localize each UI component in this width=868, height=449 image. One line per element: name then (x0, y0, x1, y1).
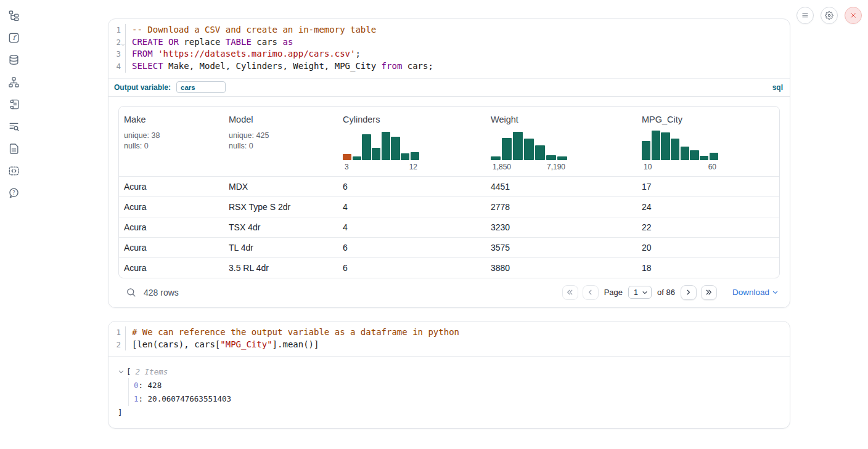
histogram-bar (710, 153, 718, 160)
open-bracket: [ (126, 367, 131, 376)
tree-entry: 0: 428 (134, 378, 780, 392)
column-histogram[interactable]: 1060 (642, 131, 718, 171)
code-line: 2[len(cars), cars["MPG_City"].mean()] (108, 339, 790, 351)
tree-entry-value: : 428 (139, 381, 162, 390)
column-title: MPG_City (642, 115, 774, 124)
table-cell: 4 (338, 222, 486, 232)
table-cell: 3.5 RL 4dr (224, 263, 338, 273)
notebook-cells: 1-- Download a CSV and create an in-memo… (108, 18, 790, 429)
help-icon[interactable]: ? (7, 186, 20, 200)
table-row[interactable]: Acura3.5 RL 4dr6388018 (119, 257, 779, 278)
logs-icon[interactable] (7, 119, 20, 133)
variables-icon[interactable]: f (7, 31, 20, 44)
table-cell: RSX Type S 2dr (224, 202, 338, 212)
chevron-down-icon (772, 289, 779, 296)
column-header[interactable]: Cylinders312 (338, 107, 486, 176)
code-line: 2CREATE OR replace TABLE cars as (108, 36, 790, 49)
column-histogram[interactable]: 312 (343, 131, 419, 171)
table-header: Makeunique: 38nulls: 0Modelunique: 425nu… (119, 107, 779, 176)
chevron-down-icon (642, 289, 648, 296)
table-cell: 18 (637, 263, 779, 273)
settings-button[interactable] (821, 7, 838, 24)
notebook-controls (796, 7, 862, 24)
documentation-icon[interactable] (7, 142, 20, 155)
table-cell: Acura (119, 202, 224, 212)
last-page-button[interactable] (701, 285, 717, 300)
fold-chevron-icon[interactable] (120, 39, 126, 44)
first-page-button[interactable] (562, 285, 578, 300)
code-line: 1-- Download a CSV and create an in-memo… (108, 24, 790, 36)
language-badge: sql (772, 83, 783, 92)
histogram-bar (502, 138, 512, 160)
histogram-bar (524, 139, 534, 160)
svg-text:f: f (12, 34, 17, 42)
histogram-bar (557, 156, 567, 160)
table-cell: 4451 (486, 182, 637, 192)
sql-meta-row: Output variable: sql (108, 78, 790, 97)
items-count-label: 2 Items (136, 367, 168, 376)
page-select[interactable]: 1 (628, 286, 652, 299)
column-stat: unique: 38 (124, 131, 219, 141)
table-row[interactable]: AcuraTL 4dr6357520 (119, 237, 779, 257)
histogram-bar (681, 147, 689, 160)
column-header[interactable]: Makeunique: 38nulls: 0 (119, 107, 224, 176)
column-histogram[interactable]: 1,8507,190 (491, 131, 567, 171)
line-number: 3 (108, 48, 126, 60)
column-header[interactable]: Weight1,8507,190 (486, 107, 637, 176)
histogram-bar (391, 137, 399, 160)
column-header[interactable]: Modelunique: 425nulls: 0 (224, 107, 338, 176)
snippets-icon[interactable] (7, 164, 20, 177)
histogram-bar (535, 145, 545, 160)
scratchpad-icon[interactable] (7, 97, 20, 111)
histogram-bar (671, 139, 679, 160)
tree-entry-key: 0 (134, 381, 139, 390)
next-page-button[interactable] (681, 285, 697, 300)
sql-cell-output: Makeunique: 38nulls: 0Modelunique: 425nu… (108, 97, 790, 307)
menu-button[interactable] (796, 7, 814, 24)
table-cell: 3575 (486, 243, 637, 253)
column-title: Weight (491, 115, 632, 124)
histogram-bar (372, 148, 380, 160)
left-panel-icon-bar: f? (0, 0, 27, 449)
line-number: 1 (108, 24, 126, 36)
histogram-bar (353, 156, 361, 160)
table-row[interactable]: AcuraRSX Type S 2dr4277824 (119, 196, 779, 217)
prev-page-button[interactable] (583, 285, 599, 300)
datasources-icon[interactable] (7, 53, 20, 67)
file-tree-icon[interactable] (7, 9, 20, 22)
histogram-bar (362, 134, 371, 160)
line-number: 4 (108, 60, 126, 73)
collapse-chevron-icon[interactable] (118, 368, 125, 375)
line-number: 2 (108, 339, 126, 351)
output-variable-input[interactable] (176, 81, 226, 93)
table-cell: 6 (338, 182, 486, 192)
page-total-label: of 86 (657, 288, 675, 297)
line-number: 2 (108, 36, 126, 49)
table-cell: 20 (637, 243, 779, 253)
histogram-bar (343, 154, 351, 160)
table-cell: 3880 (486, 263, 637, 273)
histogram-bar (652, 131, 660, 160)
sql-code-editor[interactable]: 1-- Download a CSV and create an in-memo… (108, 19, 790, 78)
table-row[interactable]: AcuraMDX6445117 (119, 176, 779, 196)
download-button[interactable]: Download (732, 288, 779, 297)
table-cell: 4 (338, 202, 486, 212)
python-code-editor[interactable]: 1# We can reference the output variable … (108, 322, 790, 357)
table-row[interactable]: AcuraTSX 4dr4323022 (119, 217, 779, 237)
row-count: 428 rows (144, 288, 179, 297)
shutdown-button[interactable] (845, 7, 862, 24)
histogram-bar (661, 132, 669, 160)
histogram-bar (401, 153, 409, 160)
table-cell: TSX 4dr (224, 222, 338, 232)
histogram-min-label: 3 (345, 163, 349, 171)
table-cell: 17 (637, 182, 779, 192)
table-cell: 24 (637, 202, 779, 212)
table-cell: 6 (338, 263, 486, 273)
column-title: Cylinders (343, 115, 481, 124)
table-cell: Acura (119, 243, 224, 253)
table-cell: Acura (119, 222, 224, 232)
column-header[interactable]: MPG_City1060 (637, 107, 779, 176)
search-icon[interactable] (126, 287, 136, 297)
code-line: 3FROM 'https://datasets.marimo.app/cars.… (108, 48, 790, 60)
dependency-graph-icon[interactable] (7, 75, 20, 89)
